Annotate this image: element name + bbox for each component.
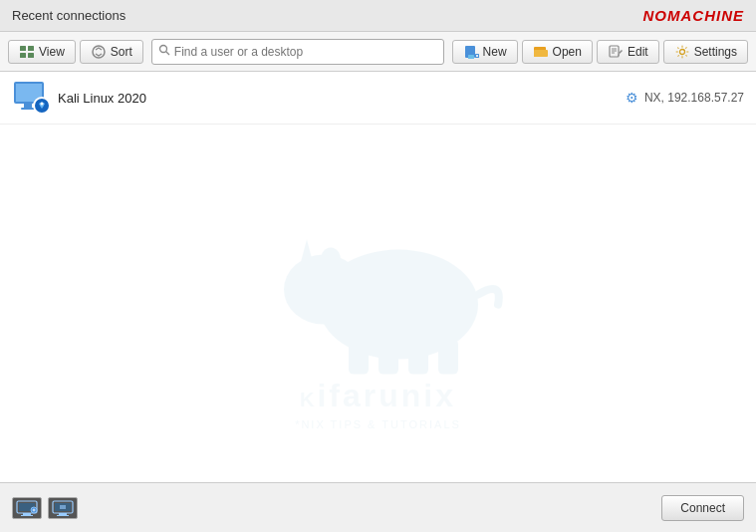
sort-button[interactable]: Sort xyxy=(80,40,143,64)
open-icon xyxy=(533,44,549,60)
svg-rect-31 xyxy=(438,340,458,375)
svg-marker-27 xyxy=(299,240,315,270)
bottom-left-icons xyxy=(12,497,78,519)
nx-gear-icon: ⚙ xyxy=(626,90,638,106)
connection-name: Kali Linux 2020 xyxy=(58,91,146,106)
svg-point-24 xyxy=(41,103,44,106)
svg-rect-36 xyxy=(21,515,33,516)
view-button[interactable]: View xyxy=(8,40,76,64)
settings-button[interactable]: Settings xyxy=(663,40,748,64)
watermark: Kifarunix *NIX TIPS & TUTORIALS xyxy=(239,175,518,430)
new-icon xyxy=(463,44,479,60)
edit-icon xyxy=(608,44,624,60)
svg-point-5 xyxy=(159,46,166,53)
svg-rect-2 xyxy=(20,53,26,58)
svg-rect-42 xyxy=(59,513,67,515)
connection-left: Kali Linux 2020 xyxy=(12,80,146,116)
new-button[interactable]: New xyxy=(452,40,518,64)
edit-label: Edit xyxy=(628,45,648,59)
connection-info: NX, 192.168.57.27 xyxy=(644,91,744,105)
main-content: Kali Linux 2020 ⚙ NX, 192.168.57.27 xyxy=(0,72,756,482)
sort-label: Sort xyxy=(111,45,132,59)
svg-rect-8 xyxy=(468,55,474,59)
window-title: Recent connections xyxy=(12,8,126,23)
new-label: New xyxy=(483,45,507,59)
svg-rect-3 xyxy=(28,53,34,58)
connection-icon xyxy=(12,80,48,116)
search-input[interactable] xyxy=(174,45,437,59)
svg-rect-21 xyxy=(24,104,32,108)
display-icon-2[interactable] xyxy=(48,497,78,519)
svg-rect-0 xyxy=(20,46,26,51)
svg-rect-43 xyxy=(57,515,69,516)
connection-item[interactable]: Kali Linux 2020 ⚙ NX, 192.168.57.27 xyxy=(0,72,756,125)
svg-point-32 xyxy=(321,248,341,272)
connection-right: ⚙ NX, 192.168.57.27 xyxy=(626,90,744,106)
bottom-bar: Connect xyxy=(0,482,756,532)
search-box[interactable] xyxy=(151,39,444,65)
svg-rect-13 xyxy=(534,50,548,57)
search-icon xyxy=(158,44,170,59)
svg-rect-1 xyxy=(28,46,34,51)
watermark-tagline: *NIX TIPS & TUTORIALS xyxy=(239,418,518,430)
toolbar: View Sort xyxy=(0,32,756,72)
svg-rect-30 xyxy=(408,340,428,375)
svg-rect-28 xyxy=(349,340,369,375)
svg-point-25 xyxy=(319,250,478,360)
connect-button[interactable]: Connect xyxy=(661,495,744,521)
svg-line-6 xyxy=(165,52,169,56)
settings-label: Settings xyxy=(694,45,737,59)
edit-button[interactable]: Edit xyxy=(597,40,659,64)
view-label: View xyxy=(39,45,65,59)
svg-rect-44 xyxy=(60,505,66,509)
svg-rect-29 xyxy=(378,340,398,375)
open-label: Open xyxy=(553,45,582,59)
display-icon-1[interactable] xyxy=(12,497,42,519)
sort-icon xyxy=(91,44,107,60)
settings-icon xyxy=(674,44,690,60)
view-icon xyxy=(19,44,35,60)
watermark-brand-text: Kifarunix xyxy=(239,378,518,414)
title-bar: Recent connections NOMACHINE xyxy=(0,0,756,32)
nomachine-logo: NOMACHINE xyxy=(643,7,745,24)
svg-point-18 xyxy=(679,49,684,54)
svg-point-26 xyxy=(284,255,364,325)
svg-rect-35 xyxy=(23,513,31,515)
open-button[interactable]: Open xyxy=(522,40,593,64)
svg-rect-22 xyxy=(21,108,35,110)
